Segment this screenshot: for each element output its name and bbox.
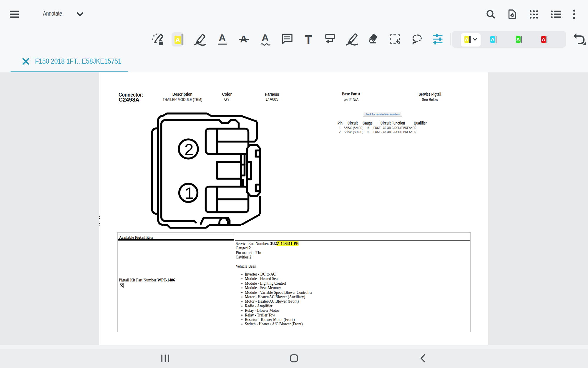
svg-text:2: 2	[184, 140, 193, 159]
svg-text:1: 1	[185, 184, 194, 202]
svg-text:A: A	[262, 33, 269, 43]
svg-text:A: A	[240, 33, 248, 44]
svg-text:T: T	[305, 33, 312, 45]
svg-text:A: A	[219, 33, 226, 43]
